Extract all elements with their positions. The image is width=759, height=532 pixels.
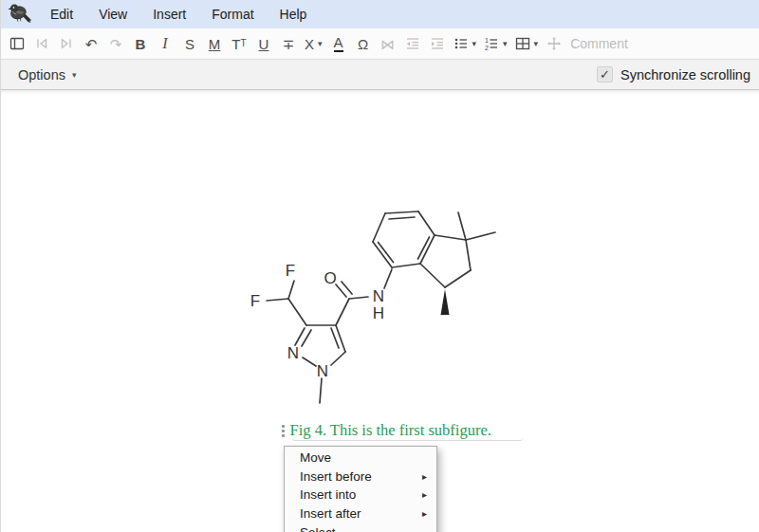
molecule-figure[interactable]: F F O N H N N [231, 194, 535, 413]
document-canvas[interactable]: F F O N H N N Fig 4. This is the first s… [1, 90, 759, 532]
ul-icon [454, 36, 469, 51]
toggle-panel-button[interactable] [7, 31, 28, 56]
check-icon: ✓ [600, 67, 610, 82]
menu-insert[interactable]: Insert [153, 7, 186, 22]
outdent-button [402, 31, 423, 56]
panel-icon [9, 36, 25, 51]
undo-button[interactable]: ↶ [81, 31, 102, 56]
strike-style-glyph-icon: ∓ [283, 37, 295, 51]
menubar: EditViewInsertFormatHelp [1, 0, 759, 28]
italic-button[interactable]: I [155, 31, 176, 56]
strike-style-button[interactable]: ∓ [278, 31, 299, 56]
font-color-button[interactable]: A [328, 31, 349, 56]
underline-glyph-icon: U [259, 37, 269, 51]
special-character-glyph-icon: Ω [358, 37, 368, 51]
atom-n1: N [317, 362, 328, 380]
options-bar: Options ▾ ✓ Synchronize scrolling [1, 60, 759, 90]
context-menu-item-label: Select [300, 525, 336, 532]
svg-text:2: 2 [485, 45, 489, 51]
chevron-down-icon: ▾ [534, 40, 539, 48]
context-menu-item-label: Insert into [300, 487, 356, 502]
chevron-down-icon: ▾ [472, 40, 477, 48]
caption-text[interactable]: Fig 4. This is the first subfigure. [290, 421, 491, 440]
indent-button [427, 31, 448, 56]
first-icon [34, 36, 49, 51]
table-icon [515, 36, 530, 51]
menu-view[interactable]: View [99, 7, 127, 22]
math-mode-glyph-icon: M [209, 37, 221, 51]
special-character-button[interactable]: Ω [353, 31, 374, 56]
indent-icon [430, 36, 445, 51]
drag-handle-icon[interactable] [282, 424, 285, 437]
toolbar: ↶↷BISMTTU∓X▾AΩ⋈▾12▾▾Comment [1, 28, 759, 60]
context-menu-item-label: Insert after [300, 506, 361, 521]
italic-glyph-icon: I [162, 36, 167, 51]
small-caps-glyph-icon: T [231, 37, 240, 51]
outdent-icon [405, 36, 420, 51]
move-tool-button [544, 31, 565, 56]
atom-h-amide: H [373, 304, 384, 322]
go-last-button [56, 31, 77, 56]
context-menu-item-label: Move [300, 450, 331, 465]
math-mode-button[interactable]: M [204, 31, 225, 56]
context-menu: MoveInsert before▸Insert into▸Insert aft… [284, 446, 437, 532]
atom-n2: N [287, 344, 299, 362]
svg-text:1: 1 [485, 37, 489, 44]
chevron-down-icon: ▾ [503, 40, 508, 48]
menu-edit[interactable]: Edit [50, 7, 73, 22]
atom-o: O [324, 269, 336, 287]
move-icon [546, 36, 562, 51]
context-menu-item-select[interactable]: Select [285, 523, 436, 532]
comment-button: Comment [568, 31, 630, 56]
comment-label: Comment [570, 37, 628, 50]
text-style-menu-button[interactable]: X▾ [303, 31, 324, 56]
small-caps-glyph-small-icon: T [241, 39, 247, 48]
atom-f-left: F [250, 292, 260, 310]
last-icon [59, 36, 74, 51]
chevron-down-icon: ▾ [72, 70, 77, 80]
sync-label: Synchronize scrolling [620, 67, 750, 83]
small-caps-button[interactable]: TT [229, 31, 250, 56]
strikethrough-glyph-icon: S [185, 37, 194, 51]
sync-checkbox[interactable]: ✓ [597, 66, 613, 83]
options-dropdown[interactable]: Options ▾ [18, 67, 77, 83]
bold-button[interactable]: B [130, 31, 151, 56]
underline-button[interactable]: U [253, 31, 274, 56]
menu-format[interactable]: Format [212, 7, 253, 22]
options-label: Options [18, 67, 65, 83]
go-first-button [31, 31, 52, 56]
context-menu-item-insert-after[interactable]: Insert after▸ [285, 504, 436, 523]
bullet-list-button[interactable]: ▾ [452, 31, 479, 56]
submenu-arrow-icon: ▸ [422, 471, 427, 482]
app-window: EditViewInsertFormatHelp ↶↷BISMTTU∓X▾AΩ⋈… [0, 0, 759, 532]
numbered-list-button[interactable]: 12▾ [482, 31, 509, 56]
menubar-items: EditViewInsertFormatHelp [50, 7, 306, 22]
menu-help[interactable]: Help [280, 7, 307, 22]
context-menu-item-label: Insert before [300, 469, 372, 484]
table-button[interactable]: ▾ [513, 31, 541, 56]
chevron-down-icon: ▾ [318, 40, 323, 48]
context-menu-item-move[interactable]: Move [285, 449, 436, 468]
redo-glyph-icon: ↷ [110, 37, 122, 51]
atom-f-top: F [286, 262, 295, 280]
bold-glyph-icon: B [136, 37, 146, 51]
figure-caption[interactable]: Fig 4. This is the first subfigure. [282, 421, 491, 440]
font-color-glyph-icon: A [334, 35, 343, 52]
app-logo-bird-icon [6, 1, 34, 28]
ol-icon: 12 [484, 36, 499, 51]
context-menu-item-insert-before[interactable]: Insert before▸ [285, 468, 436, 486]
context-menu-item-insert-into[interactable]: Insert into▸ [285, 486, 436, 504]
submenu-arrow-icon: ▸ [422, 508, 427, 519]
synchronize-scrolling-toggle[interactable]: ✓ Synchronize scrolling [597, 66, 750, 83]
atom-n-amide: N [373, 287, 384, 305]
redo-button: ↷ [105, 31, 126, 56]
submenu-arrow-icon: ▸ [422, 489, 427, 500]
join-cells-glyph-icon: ⋈ [380, 37, 395, 51]
text-style-menu-glyph-icon: X [305, 37, 314, 51]
join-cells-button: ⋈ [378, 31, 398, 56]
undo-glyph-icon: ↶ [85, 37, 98, 51]
strikethrough-button[interactable]: S [179, 31, 200, 56]
